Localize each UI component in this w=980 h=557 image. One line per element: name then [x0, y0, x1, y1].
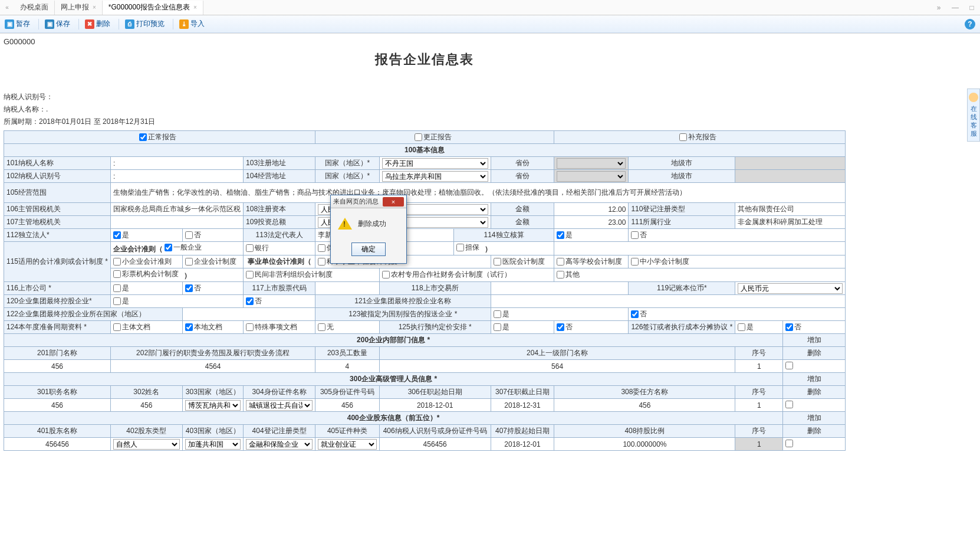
- modal-overlay: 来自网页的消息 × 删除成功 确定: [0, 0, 980, 557]
- warning-icon: [338, 218, 352, 230]
- dialog-title: 来自网页的消息: [333, 197, 383, 206]
- alert-dialog: 来自网页的消息 × 删除成功 确定: [330, 195, 407, 264]
- dialog-close-button[interactable]: ×: [383, 197, 404, 207]
- dialog-ok-button[interactable]: 确定: [351, 243, 386, 256]
- dialog-message: 删除成功: [358, 219, 386, 229]
